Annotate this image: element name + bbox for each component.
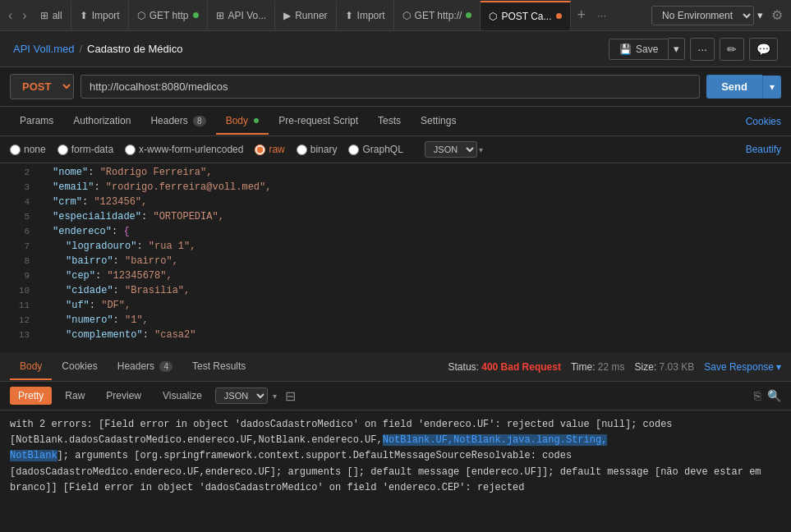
- tab-prev-btn[interactable]: ‹: [3, 8, 17, 23]
- line-number: 10: [7, 285, 30, 296]
- header-actions: 💾 Save ▾ ··· ✏ 💬: [609, 38, 778, 61]
- line-number: 12: [7, 314, 30, 325]
- save-button[interactable]: 💾 Save: [609, 39, 669, 60]
- comment-btn[interactable]: 💬: [749, 38, 778, 61]
- tab-tests[interactable]: Tests: [368, 108, 411, 135]
- code-line: 8"bairro": "bairro",: [0, 255, 791, 270]
- tab-body[interactable]: Body: [216, 108, 269, 135]
- option-graphql[interactable]: GraphQL: [348, 144, 402, 155]
- code-line: 7"logradouro": "rua 1",: [0, 241, 791, 255]
- breadcrumb-parent[interactable]: API Voll.med: [13, 43, 74, 55]
- tab-post-ca[interactable]: ⬡ POST Ca...: [481, 1, 570, 30]
- format-tab-preview[interactable]: Preview: [98, 387, 149, 405]
- response-tab-body[interactable]: Body: [10, 354, 52, 380]
- response-tab-headers[interactable]: Headers 4: [108, 354, 182, 380]
- tab-runner[interactable]: ▶ Runner: [275, 1, 336, 30]
- json-select-dropdown[interactable]: JSON: [425, 141, 477, 158]
- tab-api-vo[interactable]: ⊞ API Vo...: [208, 1, 276, 30]
- tab-pre-request[interactable]: Pre-request Script: [269, 108, 368, 135]
- json-select-arrow: ▾: [479, 145, 483, 154]
- save-dropdown-btn[interactable]: ▾: [669, 38, 685, 60]
- line-content: "logradouro": "rua 1",: [66, 241, 784, 252]
- option-raw[interactable]: raw: [255, 144, 284, 155]
- code-line: 6"endereco": {: [0, 226, 791, 241]
- import-icon: ⬆: [80, 10, 88, 21]
- format-tab-pretty[interactable]: Pretty: [10, 387, 52, 405]
- request-icon: ⬡: [137, 10, 145, 21]
- tab-headers[interactable]: Headers 8: [140, 108, 215, 135]
- code-line: 4"crm": "123456",: [0, 196, 791, 211]
- environment-selector: No Environment ▾ ⚙: [651, 6, 788, 25]
- code-line: 12"numero": "1",: [0, 314, 791, 329]
- line-content: "email": "rodrigo.ferreira@voll.med",: [53, 181, 784, 193]
- line-number: 7: [7, 241, 30, 251]
- option-form-data[interactable]: form-data: [57, 144, 113, 155]
- format-tab-visualize[interactable]: Visualize: [154, 387, 210, 405]
- code-line: 2"nome": "Rodrigo Ferreira",: [0, 167, 791, 181]
- format-tab-raw[interactable]: Raw: [57, 387, 93, 405]
- line-content: "especialidade": "ORTOPEDIA",: [53, 211, 784, 222]
- edit-btn[interactable]: ✏: [720, 38, 744, 61]
- tab-params[interactable]: Params: [10, 108, 63, 135]
- filter-icon-btn[interactable]: ⊟: [285, 388, 296, 404]
- response-status-info: Status: 400 Bad Request Time: 22 ms Size…: [448, 361, 781, 373]
- line-content: "endereco": {: [53, 226, 784, 237]
- status-badge: 400 Bad Request: [481, 361, 561, 373]
- breadcrumb-separator: /: [79, 43, 82, 55]
- send-button[interactable]: Send: [706, 75, 762, 99]
- tab-dot-orange: [556, 13, 562, 19]
- response-format-bar: Pretty Raw Preview Visualize JSON ▾ ⊟ ⎘ …: [0, 382, 791, 410]
- search-response-btn[interactable]: 🔍: [767, 389, 781, 402]
- copy-response-btn[interactable]: ⎘: [754, 389, 761, 402]
- send-dropdown-btn[interactable]: ▾: [762, 76, 781, 99]
- more-tabs-btn[interactable]: ···: [592, 9, 611, 21]
- code-line: 10"cidade": "Brasilia",: [0, 285, 791, 300]
- add-tab-btn[interactable]: +: [571, 7, 593, 24]
- response-headers-badge: 4: [159, 361, 172, 372]
- url-input[interactable]: [80, 75, 700, 99]
- response-action-icons: ⎘ 🔍: [754, 389, 781, 402]
- tab-settings[interactable]: Settings: [411, 108, 466, 135]
- code-editor[interactable]: 2"nome": "Rodrigo Ferreira",3"email": "r…: [0, 163, 791, 352]
- tab-authorization[interactable]: Authorization: [63, 108, 140, 135]
- line-number: 3: [7, 181, 30, 192]
- tab-next-btn[interactable]: ›: [17, 8, 31, 23]
- more-options-btn[interactable]: ···: [690, 38, 715, 61]
- response-tab-test-results[interactable]: Test Results: [182, 354, 255, 380]
- body-options-bar: none form-data x-www-form-urlencoded raw…: [0, 136, 791, 163]
- option-none[interactable]: none: [10, 144, 46, 155]
- line-content: "crm": "123456",: [53, 196, 784, 208]
- env-dropdown-arrow: ▾: [757, 9, 763, 21]
- line-content: "uf": "DF",: [66, 300, 784, 311]
- cookies-link[interactable]: Cookies: [746, 116, 781, 127]
- line-content: "nome": "Rodrigo Ferreira",: [53, 167, 784, 178]
- tab-get-http[interactable]: ⬡ GET http: [129, 1, 208, 30]
- rejected-text: rejected: [507, 419, 554, 430]
- search-icon: 🔍: [767, 389, 781, 402]
- settings-btn[interactable]: ⚙: [766, 7, 788, 23]
- line-number: 11: [7, 300, 30, 310]
- code-line: 3"email": "rodrigo.ferreira@voll.med",: [0, 181, 791, 196]
- copy-icon: ⎘: [754, 389, 761, 402]
- beautify-button[interactable]: Beautify: [746, 144, 781, 155]
- format-select-dropdown[interactable]: JSON: [215, 388, 268, 404]
- method-select[interactable]: POST: [10, 74, 74, 99]
- highlighted-text: NotBlank.UF,NotBlank.java.lang.String,: [383, 434, 608, 446]
- line-number: 4: [7, 196, 30, 207]
- env-select-dropdown[interactable]: No Environment: [651, 6, 754, 25]
- tab-dot-green: [193, 12, 199, 18]
- tab-import2[interactable]: ⬆ Import: [337, 1, 394, 30]
- collection-icon: ⊞: [40, 10, 48, 21]
- save-btn-group: 💾 Save ▾: [609, 38, 685, 60]
- tab-all[interactable]: ⊞ all: [32, 1, 71, 30]
- code-line: 11"uf": "DF",: [0, 300, 791, 314]
- tab-get-http2[interactable]: ⬡ GET http://: [394, 1, 481, 30]
- option-urlencoded[interactable]: x-www-form-urlencoded: [125, 144, 243, 155]
- option-binary[interactable]: binary: [297, 144, 338, 155]
- tab-import1[interactable]: ⬆ Import: [71, 1, 129, 30]
- code-line: 13"complemento": "casa2": [0, 329, 791, 344]
- tab-bar: ‹ › ⊞ all ⬆ Import ⬡ GET http ⊞ API Vo..…: [0, 0, 791, 31]
- response-tab-cookies[interactable]: Cookies: [52, 354, 107, 380]
- save-response-button[interactable]: Save Response ▾: [704, 361, 781, 373]
- line-number: 2: [7, 167, 30, 177]
